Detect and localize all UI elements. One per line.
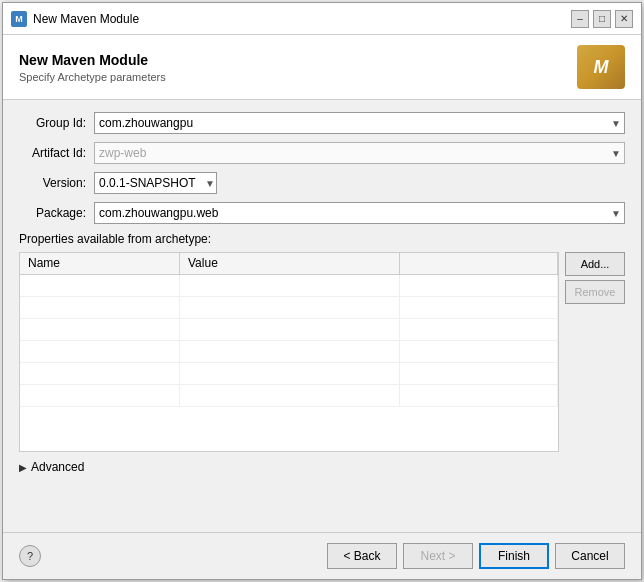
artifact-id-select[interactable]: zwp-web <box>94 142 625 164</box>
properties-table: Name Value <box>19 252 559 452</box>
back-button[interactable]: < Back <box>327 543 397 569</box>
dialog: M New Maven Module – □ ✕ New Maven Modul… <box>2 2 642 580</box>
help-button[interactable]: ? <box>19 545 41 567</box>
artifact-id-label: Artifact Id: <box>19 146 94 160</box>
title-bar: M New Maven Module – □ ✕ <box>3 3 641 35</box>
group-id-dropdown: com.zhouwangpu ▼ <box>94 112 625 134</box>
properties-label: Properties available from archetype: <box>19 232 625 246</box>
finish-button[interactable]: Finish <box>479 543 549 569</box>
dialog-subtitle: Specify Archetype parameters <box>19 71 166 83</box>
version-select[interactable]: 0.0.1-SNAPSHOT <box>94 172 217 194</box>
title-bar-controls: – □ ✕ <box>571 10 633 28</box>
table-row <box>20 319 558 341</box>
close-button[interactable]: ✕ <box>615 10 633 28</box>
version-label: Version: <box>19 176 94 190</box>
minimize-button[interactable]: – <box>571 10 589 28</box>
footer: ? < Back Next > Finish Cancel <box>3 532 641 579</box>
header-section: New Maven Module Specify Archetype param… <box>3 35 641 100</box>
package-input[interactable] <box>94 202 625 224</box>
col-name-header: Name <box>20 253 180 274</box>
col-rest-header <box>400 253 558 274</box>
advanced-section[interactable]: ▶ Advanced <box>19 460 625 474</box>
add-button[interactable]: Add... <box>565 252 625 276</box>
version-select-wrapper: 0.0.1-SNAPSHOT ▼ <box>94 172 217 194</box>
group-id-label: Group Id: <box>19 116 94 130</box>
advanced-label: Advanced <box>31 460 84 474</box>
table-row <box>20 385 558 407</box>
table-header: Name Value <box>20 253 558 275</box>
group-id-select[interactable]: com.zhouwangpu <box>94 112 625 134</box>
package-label: Package: <box>19 206 94 220</box>
maven-icon: M <box>577 45 625 89</box>
title-bar-icon: M <box>11 11 27 27</box>
properties-section: Name Value <box>19 252 625 452</box>
next-button[interactable]: Next > <box>403 543 473 569</box>
content-area: Group Id: com.zhouwangpu ▼ Artifact Id: … <box>3 100 641 532</box>
header-text: New Maven Module Specify Archetype param… <box>19 52 166 83</box>
table-row <box>20 341 558 363</box>
artifact-id-dropdown: zwp-web ▼ <box>94 142 625 164</box>
table-body <box>20 275 558 451</box>
properties-table-wrapper: Name Value <box>19 252 559 452</box>
cancel-button[interactable]: Cancel <box>555 543 625 569</box>
maximize-button[interactable]: □ <box>593 10 611 28</box>
table-row <box>20 363 558 385</box>
advanced-arrow-icon: ▶ <box>19 462 27 473</box>
table-row <box>20 297 558 319</box>
footer-left: ? <box>19 545 327 567</box>
group-id-row: Group Id: com.zhouwangpu ▼ <box>19 112 625 134</box>
version-row: Version: 0.0.1-SNAPSHOT ▼ <box>19 172 625 194</box>
footer-buttons: < Back Next > Finish Cancel <box>327 543 625 569</box>
remove-button[interactable]: Remove <box>565 280 625 304</box>
table-action-buttons: Add... Remove <box>565 252 625 452</box>
package-row: Package: ▼ <box>19 202 625 224</box>
col-value-header: Value <box>180 253 400 274</box>
artifact-id-row: Artifact Id: zwp-web ▼ <box>19 142 625 164</box>
table-row <box>20 275 558 297</box>
package-dropdown: ▼ <box>94 202 625 224</box>
title-bar-title: New Maven Module <box>33 12 571 26</box>
dialog-title: New Maven Module <box>19 52 166 68</box>
